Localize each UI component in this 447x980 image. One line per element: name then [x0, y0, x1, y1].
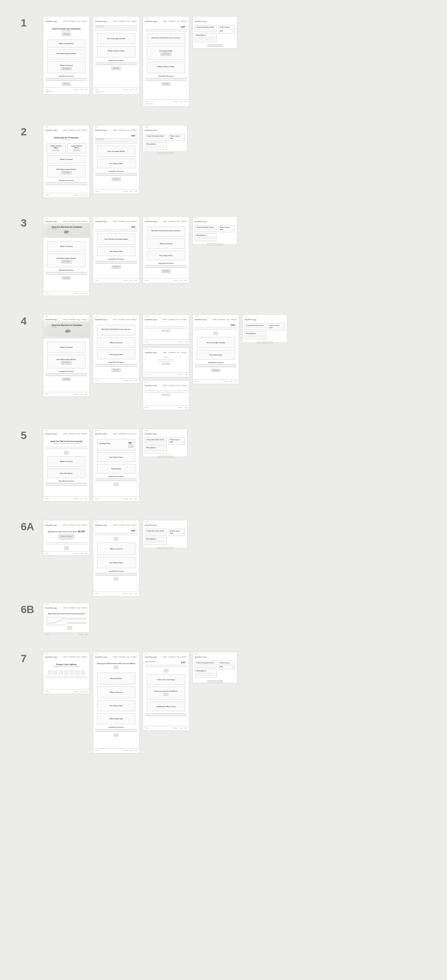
- plan-larger[interactable]: Larger Vehicles$59/mo: [67, 143, 87, 153]
- top-nav[interactable]: HOMECOVERAGEFAQCONTACT: [63, 21, 87, 22]
- screen-r2-quote[interactable]: GuardTree LogoHOMECOVERAGEFAQCONTACT $56…: [93, 125, 140, 194]
- screen-r4-step1[interactable]: GuardTree LogoHOMECOVERAGEFAQCONTACT — C…: [143, 314, 189, 344]
- complete-purchase-button[interactable]: [207, 44, 223, 47]
- screen-r6-quote[interactable]: GuardTree LogoHOMECOVERAGEFAQCONTACT $56…: [93, 520, 140, 597]
- pill-all-vehicles[interactable]: [95, 25, 104, 28]
- screen-r1-checkout[interactable]: GuardTree Logo Contact Information (emai…: [192, 16, 237, 49]
- screen-r2-checkout[interactable]: GuardTree Logo Contact Information (emai…: [143, 125, 187, 152]
- flow-row-1: 1 GuardTree Logo HOMECOVERAGEFAQCONTACT …: [21, 16, 432, 107]
- screen-r4-landing[interactable]: GuardTree LogoHOMECOVERAGEFAQCONTACT Use…: [43, 314, 90, 397]
- flow-row-6b: 6B GuardTree LogoHOMECOVERAGEFAQCONTACT …: [21, 603, 432, 633]
- screen-r1-quote[interactable]: GuardTree LogoHOMECOVERAGEFAQCONTACT You…: [93, 16, 140, 95]
- screen-r4-notlaunched[interactable]: GuardTree LogoHOMECOVERAGEFAQCONTACT We …: [93, 314, 140, 383]
- screen-r3-notlaunched[interactable]: GuardTree LogoHOMECOVERAGEFAQCONTACT We …: [143, 216, 189, 283]
- flow-row-5: 5 GuardTree LogoHOMECOVERAGEFAQCONTACT U…: [21, 429, 432, 502]
- chart-placeholder: [46, 617, 66, 625]
- screen-r4-pricing[interactable]: GuardTree LogoHOMECOVERAGEFAQCONTACT $56…: [192, 314, 239, 384]
- screen-r4-step2[interactable]: GuardTree LogoHOMECOVERAGEFAQCONTACT Pro…: [143, 347, 189, 377]
- screen-r6-checkout[interactable]: GuardTree Logo Contact Information (emai…: [143, 520, 187, 548]
- screen-r3-quote[interactable]: GuardTree LogoHOMECOVERAGEFAQCONTACT $56…: [93, 216, 140, 283]
- screen-r6a-landing[interactable]: GuardTree LogoHOMECOVERAGEFAQCONTACT Ave…: [43, 520, 90, 556]
- screen-r2-landing[interactable]: GuardTree LogoHOMECOVERAGEFAQCONTACT Sub…: [43, 125, 90, 198]
- vehicle-type-icons[interactable]: [48, 671, 85, 674]
- row-label: 1: [21, 16, 43, 29]
- canada-map: Used Car Warranty for CanadiansCoverage: [43, 223, 89, 238]
- screen-r7-warranty[interactable]: GuardTree LogoHOMECOVERAGEFAQCONTACT War…: [93, 652, 140, 753]
- cta-button[interactable]: See Pricing: [62, 33, 71, 36]
- screen-r1-details[interactable]: GuardTree LogoHOMECOVERAGEFAQCONTACT $56…: [143, 16, 189, 107]
- field-make[interactable]: [110, 29, 123, 31]
- screen-r7-landing[interactable]: GuardTree LogoHOMECOVERAGEFAQCONTACT Pro…: [43, 652, 90, 694]
- flow-row-7: 7 GuardTree LogoHOMECOVERAGEFAQCONTACT P…: [21, 652, 432, 753]
- flow-row-6a: 6A GuardTree LogoHOMECOVERAGEFAQCONTACT …: [21, 520, 432, 597]
- wireframe-canvas: 1 GuardTree Logo HOMECOVERAGEFAQCONTACT …: [0, 0, 447, 802]
- flow-row-2: 2 GuardTree LogoHOMECOVERAGEFAQCONTACT S…: [21, 125, 432, 198]
- screen-r7-select[interactable]: GuardTree LogoHOMECOVERAGEFAQCONTACT Sel…: [143, 652, 189, 731]
- screen-r4-step3[interactable]: GuardTree LogoHOMECOVERAGEFAQCONTACT Con…: [143, 380, 189, 410]
- screen-r3-checkout[interactable]: GuardTree Logo Contact Information (emai…: [192, 216, 237, 245]
- screen-r7-checkout[interactable]: GuardTree Logo Contact Information (emai…: [192, 652, 237, 683]
- flow-row-3: 3 GuardTree LogoHOMECOVERAGEFAQCONTACT U…: [21, 216, 432, 296]
- field-year[interactable]: [95, 29, 109, 31]
- screen-r5-details[interactable]: GuardTree LogoHOMECOVERAGEFAQCONTACT Cov…: [93, 429, 140, 502]
- field-model[interactable]: [123, 29, 137, 31]
- canada-map: Used Car Warranty for CanadiansCoverage: [43, 321, 89, 338]
- hero-sub: Starts from $56/mo: [46, 30, 86, 32]
- brand-logo: GuardTree Logo: [45, 20, 57, 22]
- flow-row-4: 4 GuardTree LogoHOMECOVERAGEFAQCONTACT U…: [21, 314, 432, 410]
- screen-r5-checkout[interactable]: GuardTree Logo Contact Information (emai…: [143, 429, 187, 457]
- plan-smaller[interactable]: Smaller Vehicles$49/mo: [46, 143, 66, 153]
- screen-r4-checkout[interactable]: GuardTree Logo Contact Information (emai…: [242, 314, 287, 343]
- screen-r3-landing[interactable]: GuardTree LogoHOMECOVERAGEFAQCONTACT Use…: [43, 216, 90, 296]
- hero-title: Save on Used Car Insurance: [46, 28, 86, 30]
- screen-r1-landing[interactable]: GuardTree Logo HOMECOVERAGEFAQCONTACT Sa…: [43, 16, 90, 95]
- screen-r6b-landing[interactable]: GuardTree LogoHOMECOVERAGEFAQCONTACT Wor…: [43, 603, 90, 633]
- screen-r5-landing[interactable]: GuardTree LogoHOMECOVERAGEFAQCONTACT Use…: [43, 429, 90, 502]
